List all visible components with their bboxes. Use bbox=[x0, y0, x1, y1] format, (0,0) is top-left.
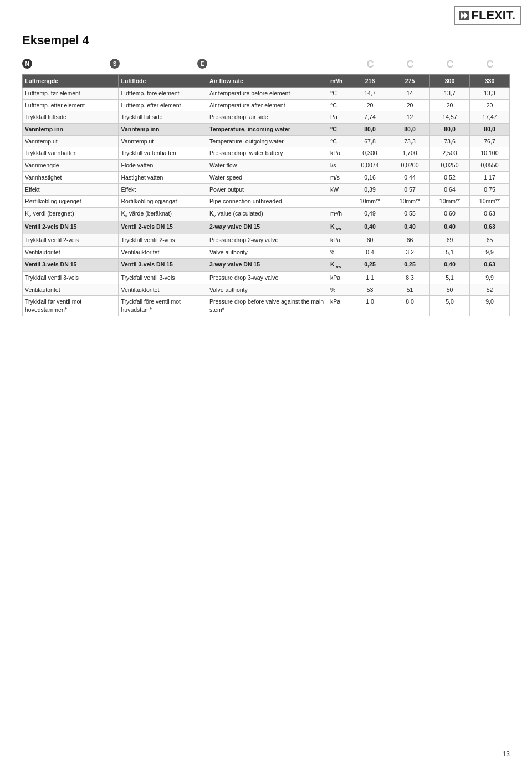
col-header-swe: Luftflöde bbox=[119, 75, 207, 88]
table-cell-value: 80,0 bbox=[470, 124, 510, 136]
table-cell-label: Pressure drop, water battery bbox=[207, 147, 328, 160]
table-cell-value: 0,64 bbox=[430, 183, 470, 196]
table-cell-value: 53 bbox=[350, 284, 390, 296]
table-cell-value: 5,1 bbox=[430, 247, 470, 259]
table-cell-unit: °C bbox=[328, 135, 350, 147]
table-cell-value: 52 bbox=[470, 284, 510, 296]
table-cell-value: 13,3 bbox=[470, 88, 510, 100]
table-cell-label: Rørtilkobling ugjenget bbox=[23, 196, 119, 208]
table-cell-label: Ventilauktoritet bbox=[119, 247, 207, 259]
table-cell-value: 10mm** bbox=[390, 196, 430, 208]
circle-e: E bbox=[197, 59, 207, 69]
table-cell-value: 20 bbox=[390, 99, 430, 111]
table-cell-value: 5,1 bbox=[430, 272, 470, 284]
c-label-1: C bbox=[350, 59, 390, 70]
table-cell-value: 0,0200 bbox=[390, 160, 430, 172]
table-row: EffektEffektPower outputkW0,390,570,640,… bbox=[23, 183, 510, 196]
table-cell-label: Tryckfall luftside bbox=[119, 111, 207, 124]
table-cell-value: 0,40 bbox=[430, 258, 470, 271]
table-cell-label: Pressure drop 2-way valve bbox=[207, 234, 328, 247]
table-cell-label: Ventilauktoritet bbox=[119, 284, 207, 296]
table-cell-label: Power output bbox=[207, 183, 328, 196]
col-header-v2: 275 bbox=[390, 75, 430, 88]
table-cell-value: 0,40 bbox=[390, 221, 430, 234]
table-cell-label: Lufttemp. efter element bbox=[119, 99, 207, 111]
header-circles: N S E bbox=[22, 59, 207, 69]
table-cell-value: 80,0 bbox=[430, 124, 470, 136]
col-header-v3: 300 bbox=[430, 75, 470, 88]
c-label-4: C bbox=[470, 59, 510, 70]
table-cell-value: 2,500 bbox=[430, 147, 470, 160]
table-cell-value: 60 bbox=[350, 234, 390, 247]
table-cell-value: 51 bbox=[390, 284, 430, 296]
table-cell-label: Lufttemp. etter element bbox=[23, 99, 119, 111]
table-cell-value: 0,300 bbox=[350, 147, 390, 160]
col-header-nor: Luftmengde bbox=[23, 75, 119, 88]
main-content: Eksempel 4 N S E C C C C Luftmengde Luft… bbox=[0, 0, 532, 339]
table-cell-label: Air temperature after element bbox=[207, 99, 328, 111]
table-cell-label: Trykkfall ventil 2-veis bbox=[23, 234, 119, 247]
table-cell-value: 0,63 bbox=[470, 258, 510, 271]
table-cell-label: Tryckfall före ventil mot huvudstam* bbox=[119, 296, 207, 316]
table-cell-label: Tryckfall ventil 2-veis bbox=[119, 234, 207, 247]
table-cell-label: Ventil 2-veis DN 15 bbox=[23, 221, 119, 234]
table-cell-label: Tryckfall ventil 3-veis bbox=[119, 272, 207, 284]
col-header-unit: m³/h bbox=[328, 75, 350, 88]
table-cell-label: Kv-värde (beräknat) bbox=[119, 207, 207, 221]
table-row: Kv-verdi (beregnet)Kv-värde (beräknat)Kv… bbox=[23, 207, 510, 221]
table-cell-value: 10mm** bbox=[430, 196, 470, 208]
table-cell-label: Ventil 3-veis DN 15 bbox=[23, 258, 119, 271]
table-cell-label: Temperature, outgoing water bbox=[207, 135, 328, 147]
table-cell-value: 0,0074 bbox=[350, 160, 390, 172]
table-cell-unit: K vs bbox=[328, 221, 350, 234]
table-cell-unit: °C bbox=[328, 99, 350, 111]
table-cell-value: 69 bbox=[430, 234, 470, 247]
table-row: Trykkfall ventil 3-veisTryckfall ventil … bbox=[23, 272, 510, 284]
table-cell-value: 10,100 bbox=[470, 147, 510, 160]
table-cell-label: Vanntemp inn bbox=[23, 124, 119, 136]
table-cell-value: 5,0 bbox=[430, 296, 470, 316]
table-cell-value: 0,25 bbox=[390, 258, 430, 271]
table-cell-unit: kPa bbox=[328, 272, 350, 284]
table-cell-unit: m/s bbox=[328, 171, 350, 183]
table-row: Ventil 3-veis DN 15Ventil 3-veis DN 153-… bbox=[23, 258, 510, 271]
table-cell-value: 14,57 bbox=[430, 111, 470, 124]
table-cell-label: Water speed bbox=[207, 171, 328, 183]
table-cell-value: 73,6 bbox=[430, 135, 470, 147]
page-number: 13 bbox=[503, 750, 510, 758]
table-cell-unit: m³/h bbox=[328, 207, 350, 221]
table-cell-value: 9,9 bbox=[470, 247, 510, 259]
table-cell-unit: % bbox=[328, 284, 350, 296]
table-cell-label: Trykkfall luftside bbox=[23, 111, 119, 124]
table-row: Trykkfall før ventil mot hovedstammen*Tr… bbox=[23, 296, 510, 316]
table-row: VentilautoritetVentilauktoritetValve aut… bbox=[23, 247, 510, 259]
table-row: VannhastighetHastighet vattenWater speed… bbox=[23, 171, 510, 183]
table-cell-unit: kPa bbox=[328, 147, 350, 160]
table-cell-label: Flöde vatten bbox=[119, 160, 207, 172]
table-cell-value: 13,7 bbox=[430, 88, 470, 100]
table-cell-value: 14 bbox=[390, 88, 430, 100]
table-cell-label: Effekt bbox=[119, 183, 207, 196]
table-cell-value: 7,74 bbox=[350, 111, 390, 124]
table-cell-unit: °C bbox=[328, 124, 350, 136]
table-cell-value: 0,60 bbox=[430, 207, 470, 221]
table-cell-label: Trykkfall vannbatteri bbox=[23, 147, 119, 160]
table-cell-label: Hastighet vatten bbox=[119, 171, 207, 183]
table-cell-value: 14,7 bbox=[350, 88, 390, 100]
table-cell-value: 0,16 bbox=[350, 171, 390, 183]
table-cell-label: Ventilautoritet bbox=[23, 284, 119, 296]
circle-s: S bbox=[110, 59, 120, 69]
table-cell-unit: K vs bbox=[328, 258, 350, 271]
table-cell-value: 0,57 bbox=[390, 183, 430, 196]
table-cell-value: 67,8 bbox=[350, 135, 390, 147]
table-cell-label: Valve authority bbox=[207, 247, 328, 259]
table-cell-value: 10mm** bbox=[470, 196, 510, 208]
table-cell-label: Lufttemp. före element bbox=[119, 88, 207, 100]
table-cell-label: Ventil 2-veis DN 15 bbox=[119, 221, 207, 234]
table-cell-value: 10mm** bbox=[350, 196, 390, 208]
table-cell-value: 20 bbox=[350, 99, 390, 111]
table-cell-value: 0,25 bbox=[350, 258, 390, 271]
col-header-v4: 330 bbox=[470, 75, 510, 88]
table-cell-label: 3-way valve DN 15 bbox=[207, 258, 328, 271]
flexit-logo: FLEXIT. bbox=[454, 6, 521, 25]
